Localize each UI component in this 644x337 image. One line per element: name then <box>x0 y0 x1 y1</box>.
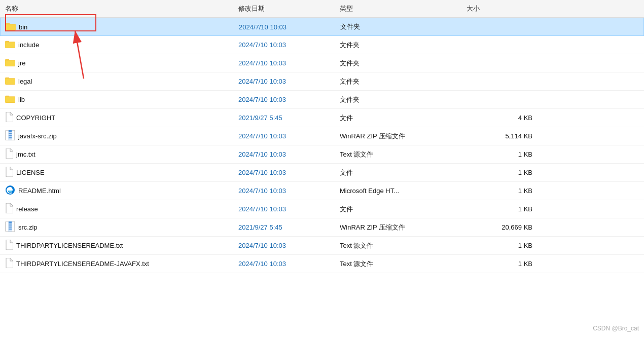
table-row[interactable]: LICENSE 2024/7/10 10:03 文件 1 KB <box>0 164 644 182</box>
folder-icon <box>5 58 15 68</box>
col-header-size[interactable]: 大小 <box>461 2 538 15</box>
svg-rect-25 <box>9 137 12 138</box>
file-type: 文件夹 <box>335 39 461 52</box>
table-row[interactable]: README.html 2024/7/10 10:03 Microsoft Ed… <box>0 182 644 200</box>
svg-rect-3 <box>6 24 16 30</box>
file-name[interactable]: COPYRIGHT <box>0 110 233 126</box>
file-name-text: THIRDPARTYLICENSEREADME.txt <box>16 242 123 249</box>
file-icon <box>5 148 13 160</box>
file-size: 20,669 KB <box>461 221 538 233</box>
file-size: 4 KB <box>461 112 538 124</box>
file-name[interactable]: LICENSE <box>0 165 233 180</box>
table-header: 名称 修改日期 类型 大小 <box>0 0 644 18</box>
file-size <box>461 98 538 102</box>
file-name[interactable]: THIRDPARTYLICENSEREADME.txt <box>0 238 233 253</box>
table-row[interactable]: src.zip 2021/9/27 5:45 WinRAR ZIP 压缩文件 2… <box>0 218 644 237</box>
table-row[interactable]: THIRDPARTYLICENSEREADME.txt 2024/7/10 10… <box>0 237 644 255</box>
file-name[interactable]: src.zip <box>0 219 233 235</box>
file-name-text: include <box>18 41 39 49</box>
file-date: 2024/7/10 10:03 <box>233 94 335 105</box>
svg-rect-32 <box>9 229 12 230</box>
edge-icon <box>5 185 15 197</box>
file-icon <box>5 203 13 215</box>
svg-rect-22 <box>9 130 12 132</box>
folder-icon <box>5 95 15 104</box>
file-name-text: COPYRIGHT <box>16 114 55 122</box>
file-date: 2024/7/10 10:03 <box>233 240 335 251</box>
file-type: 文件 <box>335 166 461 179</box>
file-name[interactable]: jmc.txt <box>0 146 233 162</box>
file-name-text: legal <box>18 78 32 85</box>
file-name-text: jmc.txt <box>16 151 35 158</box>
file-name-text: jre <box>18 59 25 67</box>
file-name-text: lib <box>18 96 25 103</box>
file-size: 1 KB <box>461 185 538 197</box>
table-row[interactable]: jre 2024/7/10 10:03 文件夹 <box>0 54 644 72</box>
file-type: Microsoft Edge HT... <box>335 185 461 197</box>
col-header-name[interactable]: 名称 <box>0 2 233 15</box>
table-row[interactable]: javafx-src.zip 2024/7/10 10:03 WinRAR ZI… <box>0 127 644 145</box>
svg-rect-31 <box>9 227 12 228</box>
table-row[interactable]: lib 2024/7/10 10:03 文件夹 <box>0 91 644 109</box>
file-name-text: javafx-src.zip <box>18 132 57 140</box>
file-name-text: THIRDPARTYLICENSEREADME-JAVAFX.txt <box>16 260 149 268</box>
svg-rect-29 <box>9 221 12 223</box>
file-size: 1 KB <box>461 148 538 160</box>
file-icon <box>5 167 13 178</box>
file-icon <box>5 258 13 270</box>
svg-rect-30 <box>9 224 12 226</box>
svg-rect-23 <box>9 133 12 134</box>
file-size: 1 KB <box>461 258 538 270</box>
folder-icon <box>5 77 15 86</box>
svg-rect-15 <box>5 79 15 84</box>
file-name-text: bin <box>19 23 27 31</box>
table-row[interactable]: include 2024/7/10 10:03 文件夹 <box>0 36 644 54</box>
file-name[interactable]: lib <box>0 93 233 106</box>
file-type: Text 源文件 <box>335 257 461 271</box>
file-name[interactable]: README.html <box>0 183 233 199</box>
file-name-text: LICENSE <box>16 169 45 176</box>
file-name[interactable]: javafx-src.zip <box>0 128 233 144</box>
file-type: WinRAR ZIP 压缩文件 <box>335 221 461 234</box>
file-type: 文件夹 <box>335 93 461 106</box>
col-header-date[interactable]: 修改日期 <box>233 2 335 15</box>
file-type: 文件夹 <box>335 20 462 33</box>
file-name[interactable]: legal <box>0 74 233 88</box>
col-header-type[interactable]: 类型 <box>335 2 461 15</box>
svg-rect-19 <box>5 97 15 102</box>
svg-rect-11 <box>5 60 15 66</box>
file-name[interactable]: include <box>0 38 233 52</box>
file-date: 2024/7/10 10:03 <box>233 39 335 51</box>
file-explorer: 名称 修改日期 类型 大小 bin 2024/7/10 10:03 文件夹 <box>0 0 644 337</box>
table-row[interactable]: bin 2024/7/10 10:03 文件夹 <box>0 18 644 36</box>
file-name[interactable]: THIRDPARTYLICENSEREADME-JAVAFX.txt <box>0 256 233 272</box>
file-name-text: README.html <box>18 187 61 195</box>
table-row[interactable]: release 2024/7/10 10:03 文件 1 KB <box>0 200 644 218</box>
file-date: 2024/7/10 10:03 <box>233 203 335 215</box>
file-type: 文件夹 <box>335 57 461 70</box>
file-date: 2024/7/10 10:03 <box>234 21 335 33</box>
file-type: Text 源文件 <box>335 148 461 161</box>
svg-rect-24 <box>9 135 12 136</box>
table-row[interactable]: legal 2024/7/10 10:03 文件夹 <box>0 72 644 91</box>
folder-icon <box>6 22 16 32</box>
file-name[interactable]: release <box>0 201 233 217</box>
table-row[interactable]: jmc.txt 2024/7/10 10:03 Text 源文件 1 KB <box>0 145 644 164</box>
file-size: 1 KB <box>461 240 538 251</box>
file-date: 2021/9/27 5:45 <box>233 112 335 124</box>
file-icon <box>5 240 13 251</box>
file-size <box>461 43 538 47</box>
table-row[interactable]: COPYRIGHT 2021/9/27 5:45 文件 4 KB <box>0 109 644 127</box>
table-body: bin 2024/7/10 10:03 文件夹 include 2024/7/1… <box>0 18 644 273</box>
file-type: WinRAR ZIP 压缩文件 <box>335 130 461 143</box>
table-row[interactable]: THIRDPARTYLICENSEREADME-JAVAFX.txt 2024/… <box>0 255 644 273</box>
file-name[interactable]: bin <box>1 20 234 34</box>
file-size <box>461 61 538 65</box>
file-date: 2024/7/10 10:03 <box>233 185 335 197</box>
file-type: 文件 <box>335 111 461 125</box>
file-date: 2024/7/10 10:03 <box>233 130 335 142</box>
file-size <box>462 25 538 29</box>
file-name[interactable]: jre <box>0 56 233 70</box>
svg-rect-7 <box>5 42 15 48</box>
file-name-text: src.zip <box>18 223 38 231</box>
